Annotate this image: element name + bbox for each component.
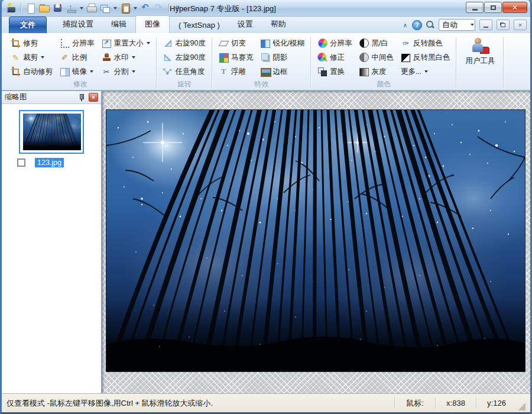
sharpen-blur-icon — [260, 38, 270, 48]
button-label: 修剪 — [23, 38, 38, 48]
thumbnail-item[interactable] — [19, 110, 84, 154]
resolution-ruler-icon — [60, 38, 70, 48]
button-label: 水印 — [114, 53, 129, 63]
app-logo-icon[interactable] — [5, 2, 17, 14]
close-button[interactable]: ✕ — [502, 2, 527, 13]
invert-colors-button[interactable]: ✑反转颜色 — [398, 36, 453, 50]
maximize-button[interactable] — [484, 2, 502, 13]
resize-button[interactable]: 重置大小 — [99, 36, 153, 50]
replace-icon — [317, 67, 327, 76]
open-folder-icon[interactable] — [38, 2, 50, 14]
ribbon-group-effects: 切变 锐化/模糊 马赛克 阴影 T浮雕 边框 特效 — [212, 35, 311, 90]
invert-bw-button[interactable]: 反转黑白色 — [398, 50, 453, 64]
tab-settings[interactable]: 设置 — [229, 16, 262, 33]
emboss-icon: T — [219, 67, 229, 76]
more-colors-button[interactable]: 更多... — [398, 64, 453, 79]
tab-capture-settings[interactable]: 捕捉设置 — [54, 16, 102, 33]
window-title: HyperSnap 7 专业版 - [123.jpg] — [170, 4, 276, 14]
free-rotate-button[interactable]: 任意角度 — [161, 64, 208, 79]
copy-window-icon[interactable] — [99, 2, 111, 14]
color-resolution-button[interactable]: 分辨率 — [315, 36, 355, 50]
undo-icon[interactable] — [140, 2, 151, 14]
help-icon[interactable]: ? — [412, 20, 422, 30]
open-image[interactable] — [106, 110, 525, 371]
new-file-icon[interactable] — [25, 2, 37, 14]
mosaic-button[interactable]: 马赛克 — [216, 50, 256, 64]
watermark-button[interactable]: 水印 — [99, 50, 153, 64]
collapse-ribbon-icon[interactable]: ∧ — [402, 22, 408, 28]
child-close-button[interactable]: × — [514, 20, 527, 30]
zoom-magnifier-icon[interactable] — [426, 20, 435, 30]
ribbon-group-rotate: 右旋90度 左旋90度 任意角度 旋转 — [157, 35, 212, 90]
child-minimize-button[interactable] — [479, 20, 492, 30]
midtone-button[interactable]: 中间色 — [356, 50, 396, 64]
replace-color-button[interactable]: 置换 — [315, 64, 355, 79]
invert-colors-icon: ✑ — [401, 38, 411, 48]
tab-file[interactable]: 文件 — [9, 17, 47, 33]
pin-icon[interactable] — [78, 93, 85, 102]
app-window: HyperSnap 7 专业版 - [123.jpg] ✕ 文件 捕捉设置 编辑… — [0, 0, 532, 414]
thumbnail-filename[interactable]: 123.jpg — [35, 158, 64, 167]
shear-button[interactable]: 切变 — [216, 36, 256, 50]
resolution-button[interactable]: 分辨率 — [57, 36, 97, 50]
paste-icon[interactable] — [119, 2, 131, 14]
dropdown-arrow-icon — [132, 56, 135, 59]
shadow-button[interactable]: 阴影 — [258, 50, 306, 64]
scale-button[interactable]: ✐比例 — [57, 50, 97, 64]
frame-button[interactable]: 边框 — [258, 64, 306, 79]
zoom-mode-select[interactable]: 自动 — [439, 19, 475, 31]
button-label: 用户工具 — [465, 56, 495, 66]
dropdown-arrow-icon — [90, 70, 93, 73]
button-label: 中间色 — [371, 53, 394, 63]
button-label: 黑/白 — [371, 38, 388, 48]
shear-icon — [219, 38, 229, 48]
panel-close-icon[interactable] — [89, 93, 98, 102]
thumbnail-checkbox[interactable] — [17, 159, 25, 167]
dropdown-arrow-icon[interactable] — [134, 7, 137, 9]
toolbar-separator — [21, 4, 21, 13]
button-label: 锐化/模糊 — [273, 38, 304, 48]
color-correct-button[interactable]: 修正 — [315, 50, 355, 64]
dropdown-arrow-icon[interactable] — [80, 7, 83, 9]
sharpen-blur-button[interactable]: 锐化/模糊 — [258, 36, 306, 50]
scissors-icon: ✂ — [102, 67, 112, 76]
tab-image[interactable]: 图像 — [135, 15, 170, 33]
invert-bw-icon — [401, 53, 411, 62]
user-tools-button[interactable]: 用户工具 — [460, 36, 499, 67]
image-canvas[interactable] — [102, 91, 530, 393]
dropdown-arrow-icon — [132, 70, 135, 73]
color-correct-icon — [317, 53, 327, 62]
rotate-left-button[interactable]: 左旋90度 — [161, 50, 208, 64]
child-restore-button[interactable] — [497, 20, 510, 30]
ribbon-group-user-tools: 用户工具 — [456, 35, 504, 90]
redo-icon[interactable] — [153, 2, 165, 14]
chevron-down-icon — [471, 24, 474, 26]
auto-crop-button[interactable]: 自动修剪 — [8, 64, 55, 79]
grayscale-button[interactable]: 灰度 — [356, 64, 396, 79]
button-label: 任意角度 — [176, 67, 205, 77]
crop-icon — [11, 38, 21, 48]
button-label: 重置大小 — [114, 38, 144, 48]
black-white-button[interactable]: 黑/白 — [356, 36, 396, 50]
split-button[interactable]: ✂分割 — [99, 64, 153, 79]
print-icon[interactable] — [86, 2, 98, 14]
tab-textsnap[interactable]: ( TextSnap ) — [170, 18, 229, 33]
status-bar: 仅查看模式 -鼠标左键平移图像,用Ctrl + 鼠标滑轮放大或缩小. 鼠标: x… — [2, 393, 530, 412]
dropdown-arrow-icon[interactable] — [113, 7, 117, 9]
trim-button[interactable]: ✎裁剪 — [8, 50, 55, 64]
thumbnail-panel: 缩略图 123.jpg — [2, 91, 102, 393]
tab-help[interactable]: 帮助 — [262, 16, 295, 33]
tab-edit[interactable]: 编辑 — [102, 16, 135, 33]
rotate-right-button[interactable]: 右旋90度 — [161, 36, 208, 50]
zoom-mode-value: 自动 — [442, 20, 470, 30]
crop-button[interactable]: 修剪 — [8, 36, 55, 50]
export-icon[interactable] — [66, 2, 77, 14]
save-icon[interactable] — [52, 2, 64, 14]
mouse-label: 鼠标: — [402, 398, 428, 409]
emboss-button[interactable]: T浮雕 — [216, 64, 256, 79]
resize-grip[interactable] — [518, 403, 525, 410]
dropdown-arrow-icon — [147, 42, 150, 44]
button-label: 分辨率 — [72, 38, 95, 48]
minimize-button[interactable] — [466, 2, 484, 13]
mirror-button[interactable]: 镜像 — [57, 64, 97, 79]
